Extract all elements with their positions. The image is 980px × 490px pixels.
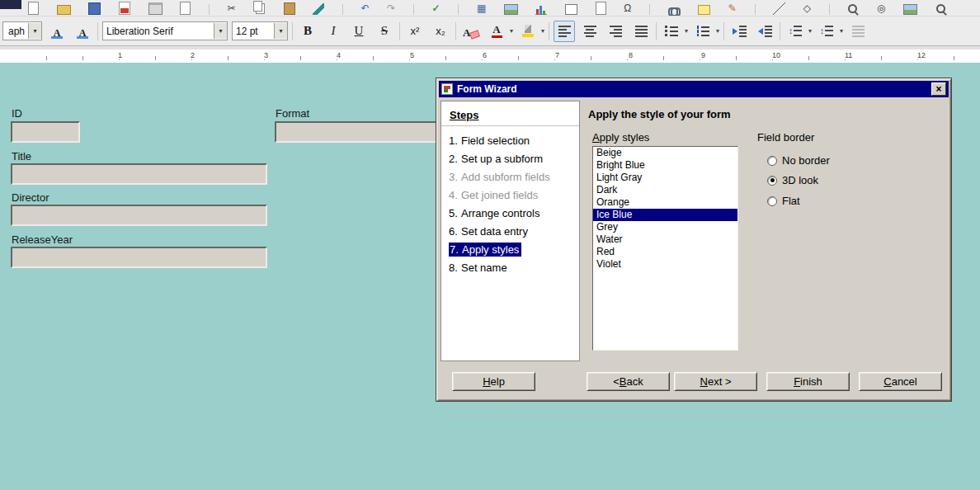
paragraph-spacing-dropdown[interactable]: ▾ — [840, 27, 843, 35]
insert-table-icon[interactable]: ▦ — [477, 2, 486, 15]
style-option-light-gray[interactable]: Light Gray — [593, 172, 737, 184]
font-name-combo[interactable]: Liberation Serif ▾ — [102, 21, 228, 40]
export-pdf-icon[interactable] — [119, 2, 130, 15]
close-button[interactable]: × — [931, 82, 946, 96]
underline-button[interactable]: U — [348, 21, 370, 42]
back-button[interactable]: < Back — [587, 372, 670, 391]
steps-separator — [441, 125, 579, 126]
finish-button[interactable]: Finish — [766, 372, 850, 391]
paste-icon[interactable] — [284, 2, 295, 15]
field-input-director[interactable] — [11, 205, 267, 226]
paragraph-spacing-button[interactable]: ↕ — [816, 21, 837, 42]
track-changes-icon[interactable]: ✎ — [728, 2, 737, 15]
navigator-icon[interactable]: ◎ — [877, 2, 885, 15]
highlight-color-button[interactable] — [517, 21, 539, 42]
next-button[interactable]: Next > — [674, 372, 757, 391]
insert-field-icon[interactable] — [596, 2, 606, 15]
numbered-list-button[interactable] — [692, 21, 714, 42]
numbered-list-dropdown[interactable]: ▾ — [716, 27, 719, 35]
basic-shapes-icon[interactable]: ◇ — [803, 2, 811, 15]
horizontal-ruler[interactable]: 1 2 3 4 5 6 7 8 9 10 11 12 — [0, 46, 980, 63]
bold-button[interactable]: B — [297, 21, 318, 42]
radio-no-border[interactable]: No border — [767, 154, 830, 167]
step-apply-styles[interactable]: 7.Apply styles — [441, 241, 579, 259]
ruler-number: 11 — [843, 51, 854, 59]
font-size-combo[interactable]: 12 pt ▾ — [232, 21, 288, 40]
insert-special-character-icon[interactable]: Ω — [624, 2, 631, 15]
align-left-button[interactable] — [554, 21, 575, 42]
decrease-indent-button[interactable] — [754, 21, 775, 42]
new-style-button[interactable]: A — [72, 21, 93, 42]
zoom-icon[interactable] — [935, 2, 947, 15]
align-justify-button[interactable] — [630, 21, 652, 42]
dialog-titlebar[interactable]: Form Wizard × — [439, 81, 949, 97]
increase-indent-button[interactable] — [728, 21, 750, 42]
italic-button[interactable]: I — [323, 21, 344, 42]
insert-line-icon[interactable] — [773, 2, 785, 15]
insert-textbox-icon[interactable] — [565, 2, 577, 15]
radio-3d-look[interactable]: 3D look — [767, 174, 818, 186]
step-set-name[interactable]: 8.Set name — [441, 259, 579, 277]
dropdown-button[interactable]: ▾ — [28, 23, 41, 39]
update-style-button[interactable]: A — [46, 21, 68, 42]
strikethrough-button[interactable]: S — [374, 21, 395, 42]
align-right-button[interactable] — [605, 21, 626, 42]
style-option-grey[interactable]: Grey — [593, 221, 737, 233]
style-option-water[interactable]: Water — [593, 233, 737, 246]
cut-icon[interactable]: ✂ — [227, 2, 235, 15]
gallery-icon[interactable] — [903, 2, 917, 15]
field-input-format[interactable] — [275, 121, 440, 143]
bullet-list-button[interactable] — [661, 21, 682, 42]
dropdown-button[interactable]: ▾ — [214, 23, 227, 39]
find-replace-icon[interactable] — [847, 2, 859, 15]
line-spacing-button[interactable]: ↕ — [784, 21, 806, 42]
align-center-button[interactable] — [579, 21, 601, 42]
dropdown-button[interactable]: ▾ — [274, 23, 287, 39]
highlight-color-dropdown[interactable]: ▾ — [541, 27, 544, 35]
field-input-id[interactable] — [11, 121, 80, 143]
new-document-icon[interactable] — [28, 2, 39, 15]
copy-icon[interactable] — [253, 2, 266, 15]
subscript-button[interactable]: x₂ — [430, 21, 451, 42]
font-color-dropdown[interactable]: ▾ — [510, 27, 513, 35]
line-spacing-dropdown[interactable]: ▾ — [808, 27, 812, 35]
style-option-beige[interactable]: Beige — [593, 147, 737, 159]
radio-flat[interactable]: Flat — [767, 195, 800, 207]
steps-list: 1.Field selection 2.Set up a subform 3.A… — [441, 132, 579, 277]
spellcheck-icon[interactable]: ✓ — [432, 2, 441, 15]
superscript-button[interactable]: x² — [404, 21, 426, 42]
open-document-icon[interactable] — [57, 2, 71, 15]
paragraph-style-combo[interactable]: aph ▾ — [2, 21, 42, 40]
field-label-director: Director — [12, 191, 49, 204]
style-option-red[interactable]: Red — [593, 246, 737, 258]
step-set-up-subform[interactable]: 2.Set up a subform — [441, 150, 579, 168]
field-input-releaseyear[interactable] — [11, 247, 267, 268]
clone-formatting-icon[interactable] — [313, 2, 324, 15]
toolbar-extra-button[interactable] — [847, 21, 869, 42]
style-option-ice-blue[interactable]: Ice Blue — [593, 209, 737, 221]
help-button[interactable]: Help — [452, 372, 535, 391]
font-color-button[interactable]: A — [486, 21, 507, 42]
clear-formatting-button[interactable]: A — [460, 21, 482, 42]
step-field-selection[interactable]: 1.Field selection — [441, 132, 579, 150]
step-set-data-entry[interactable]: 6.Set data entry — [441, 223, 579, 241]
step-arrange-controls[interactable]: 5.Arrange controls — [441, 205, 579, 223]
style-option-dark[interactable]: Dark — [593, 184, 737, 196]
cancel-button[interactable]: Cancel — [859, 372, 942, 391]
bullet-list-dropdown[interactable]: ▾ — [685, 27, 688, 35]
redo-icon[interactable]: ↷ — [387, 2, 395, 15]
form-wizard-icon — [441, 83, 453, 95]
style-option-bright-blue[interactable]: Bright Blue — [593, 159, 737, 172]
undo-icon[interactable]: ↶ — [361, 2, 370, 15]
save-icon[interactable] — [88, 2, 101, 15]
style-option-violet[interactable]: Violet — [593, 258, 737, 271]
insert-comment-icon[interactable] — [698, 2, 710, 15]
styles-listbox[interactable]: Beige Bright Blue Light Gray Dark Orange… — [592, 146, 738, 351]
insert-image-icon[interactable] — [504, 2, 518, 15]
print-preview-icon[interactable] — [180, 2, 191, 15]
insert-link-icon[interactable] — [668, 2, 681, 15]
style-option-orange[interactable]: Orange — [593, 196, 737, 209]
insert-chart-icon[interactable] — [535, 2, 547, 15]
print-icon[interactable] — [148, 2, 163, 15]
field-input-title[interactable] — [11, 163, 267, 185]
